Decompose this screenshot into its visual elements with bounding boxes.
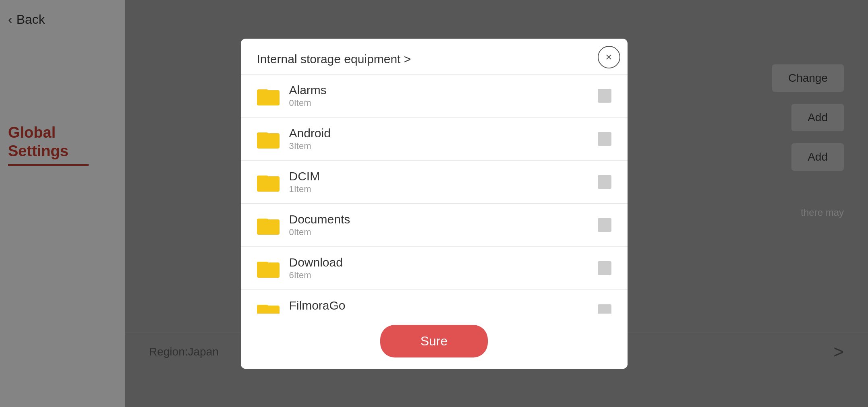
folder-picker-modal: × Internal storage equipment > Alarms 0I… [241,39,628,369]
folder-list: Alarms 0Item Android 3Item DCIM 1Item Do… [241,74,628,314]
folder-icon [257,302,280,314]
folder-item[interactable]: Android 3Item [241,118,628,161]
modal-overlay: × Internal storage equipment > Alarms 0I… [0,0,868,407]
sure-button[interactable]: Sure [380,325,488,357]
folder-checkbox[interactable] [598,175,611,189]
folder-name: Alarms [289,83,598,97]
folder-item[interactable]: DCIM 1Item [241,161,628,204]
folder-info: Android 3Item [289,126,598,151]
folder-checkbox[interactable] [598,218,611,232]
folder-count: 1Item [289,184,598,194]
folder-checkbox[interactable] [598,132,611,146]
folder-icon [257,215,280,235]
folder-icon [257,258,280,278]
folder-item[interactable]: Documents 0Item [241,204,628,247]
folder-name: Download [289,256,598,269]
modal-header: Internal storage equipment > [241,39,628,74]
modal-title: Internal storage equipment > [257,52,411,66]
folder-checkbox[interactable] [598,304,611,314]
folder-info: Alarms 0Item [289,83,598,108]
folder-name: FilmoraGo [289,299,598,312]
folder-checkbox[interactable] [598,261,611,275]
folder-count: 3Item [289,141,598,151]
folder-info: Download 6Item [289,256,598,281]
folder-checkbox[interactable] [598,89,611,103]
folder-item[interactable]: Alarms 0Item [241,74,628,118]
folder-item[interactable]: Download 6Item [241,247,628,290]
folder-icon [257,86,280,105]
close-icon: × [605,52,612,63]
folder-item[interactable]: FilmoraGo 0Item [241,290,628,314]
close-button[interactable]: × [598,46,620,68]
folder-icon [257,129,280,149]
folder-info: Documents 0Item [289,213,598,238]
folder-name: DCIM [289,169,598,183]
folder-icon [257,172,280,192]
folder-count: 6Item [289,270,598,281]
folder-count: 0Item [289,227,598,238]
folder-info: DCIM 1Item [289,169,598,194]
folder-name: Documents [289,213,598,226]
folder-name: Android [289,126,598,140]
modal-footer: Sure [241,314,628,369]
folder-count: 0Item [289,98,598,108]
folder-info: FilmoraGo 0Item [289,299,598,314]
